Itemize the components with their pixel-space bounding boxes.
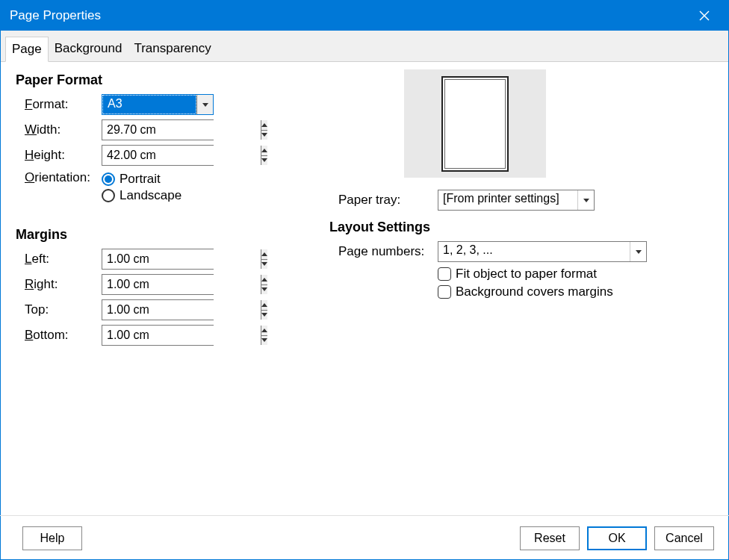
format-dropdown-button[interactable] xyxy=(196,95,213,114)
margin-top-down[interactable] xyxy=(261,311,267,320)
help-button[interactable]: Help xyxy=(22,526,82,550)
height-down[interactable] xyxy=(261,156,267,166)
format-label: Format: xyxy=(16,97,102,112)
margin-bottom-down[interactable] xyxy=(261,336,267,346)
caret-down-icon xyxy=(261,158,267,162)
orientation-label: Orientation: xyxy=(16,170,102,185)
tab-bar: Page Background Transparency xyxy=(1,31,728,62)
margin-right-up[interactable] xyxy=(261,275,267,285)
margin-top-input[interactable] xyxy=(102,300,261,320)
width-spinner[interactable] xyxy=(102,119,214,140)
page-numbers-label: Page numbers: xyxy=(329,244,438,259)
page-preview xyxy=(404,69,546,178)
format-value: A3 xyxy=(102,95,196,114)
orientation-portrait[interactable]: Portrait xyxy=(102,172,182,187)
tab-transparency[interactable]: Transparency xyxy=(128,37,217,61)
margin-right-down[interactable] xyxy=(261,285,267,295)
reset-button[interactable]: Reset xyxy=(520,526,580,550)
titlebar: Page Properties xyxy=(1,1,728,31)
height-label: Height: xyxy=(16,148,102,163)
margin-left-label: Left: xyxy=(16,252,102,267)
caret-up-icon xyxy=(261,123,267,127)
dialog-footer: Help Reset OK Cancel xyxy=(0,515,729,560)
height-up[interactable] xyxy=(261,146,267,156)
checkbox-icon xyxy=(438,267,451,281)
margin-left-input[interactable] xyxy=(102,249,261,269)
paper-tray-label: Paper tray: xyxy=(329,193,438,208)
width-up[interactable] xyxy=(261,120,267,131)
paper-tray-dropdown[interactable] xyxy=(577,190,594,210)
chevron-down-icon xyxy=(202,103,208,107)
ok-button[interactable]: OK xyxy=(587,526,647,550)
margin-right-label: Right: xyxy=(16,277,102,292)
chevron-down-icon xyxy=(636,250,642,254)
format-combo[interactable]: A3 xyxy=(102,94,214,115)
height-input[interactable] xyxy=(102,146,261,165)
margin-bottom-label: Bottom: xyxy=(16,328,102,343)
background-covers-checkbox[interactable]: Background covers margins xyxy=(438,284,703,299)
orientation-landscape[interactable]: Landscape xyxy=(102,188,182,203)
paper-tray-value: [From printer settings] xyxy=(438,190,577,210)
layout-heading: Layout Settings xyxy=(329,220,703,235)
caret-down-icon xyxy=(261,133,267,137)
radio-icon xyxy=(102,172,115,186)
tab-background[interactable]: Background xyxy=(49,37,128,61)
paper-format-heading: Paper Format xyxy=(16,72,329,88)
margins-heading: Margins xyxy=(16,227,329,243)
page-preview-page xyxy=(441,76,509,172)
close-button[interactable] xyxy=(689,1,719,31)
margin-left-up[interactable] xyxy=(261,249,267,260)
width-label: Width: xyxy=(16,122,102,137)
margin-top-label: Top: xyxy=(16,302,102,317)
window-title: Page Properties xyxy=(10,8,689,23)
margin-bottom-input[interactable] xyxy=(102,326,261,345)
chevron-down-icon xyxy=(583,199,589,202)
tab-page[interactable]: Page xyxy=(5,37,49,62)
width-input[interactable] xyxy=(102,120,261,140)
margin-top-up[interactable] xyxy=(261,300,267,311)
margin-right-input[interactable] xyxy=(102,275,261,294)
page-numbers-value: 1, 2, 3, ... xyxy=(438,242,630,261)
margin-left-down[interactable] xyxy=(261,260,267,270)
margin-top-spinner[interactable] xyxy=(102,299,214,320)
page-numbers-dropdown[interactable] xyxy=(630,242,646,261)
checkbox-icon xyxy=(438,285,451,299)
margin-bottom-up[interactable] xyxy=(261,326,267,336)
margin-left-spinner[interactable] xyxy=(102,249,214,270)
margin-right-spinner[interactable] xyxy=(102,274,214,295)
radio-icon xyxy=(102,189,115,202)
cancel-button[interactable]: Cancel xyxy=(654,526,714,550)
fit-object-checkbox[interactable]: Fit object to paper format xyxy=(438,267,703,281)
height-spinner[interactable] xyxy=(102,145,214,166)
caret-up-icon xyxy=(261,149,267,152)
width-down[interactable] xyxy=(261,131,267,140)
paper-tray-select[interactable]: [From printer settings] xyxy=(438,190,595,211)
margin-bottom-spinner[interactable] xyxy=(102,325,214,346)
page-numbers-select[interactable]: 1, 2, 3, ... xyxy=(438,241,647,262)
close-icon xyxy=(699,10,710,21)
